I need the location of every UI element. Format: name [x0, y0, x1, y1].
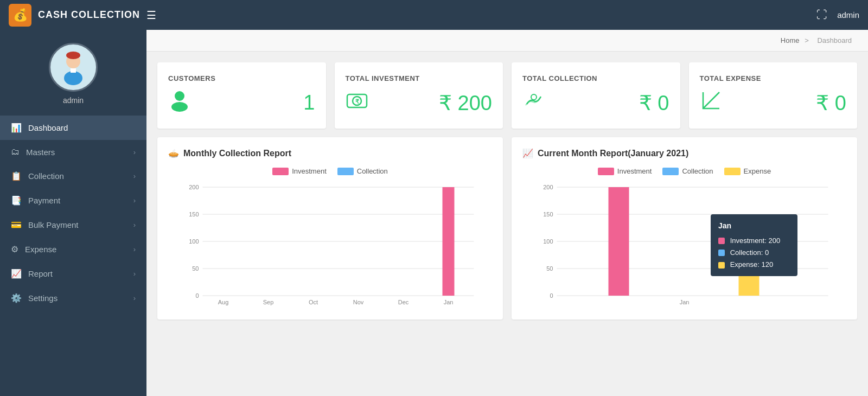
sidebar-item-report[interactable]: 📈 Report ›: [0, 261, 146, 286]
cm-legend-collection: Collection: [662, 167, 713, 175]
app-logo: 💰: [9, 4, 31, 27]
sidebar-item-collection[interactable]: 📋 Collection ›: [0, 164, 146, 188]
stat-body-total-investment: ₹ ₹ 200: [346, 89, 493, 117]
app-title: CASH COLLECTION: [38, 9, 140, 21]
svg-text:50: 50: [546, 265, 553, 272]
bulk-payment-icon: 💳: [11, 220, 22, 230]
stat-label-customers: CUSTOMERS: [168, 74, 315, 82]
svg-text:200: 200: [189, 184, 199, 190]
breadcrumb: Home > Dashboard: [146, 30, 868, 52]
sidebar-item-masters[interactable]: 🗂 Masters ›: [0, 140, 146, 164]
sidebar-label-bulk-payment: Bulk Payment: [28, 220, 79, 229]
sidebar-item-settings[interactable]: ⚙️ Settings ›: [0, 286, 146, 310]
sidebar-item-payment[interactable]: 📑 Payment ›: [0, 188, 146, 213]
current-month-legend: Investment Collection Expense: [522, 167, 846, 175]
masters-arrow: ›: [133, 148, 136, 156]
stat-icon-total-collection: [522, 89, 545, 117]
report-arrow: ›: [133, 270, 136, 278]
svg-text:Dec: Dec: [398, 299, 409, 305]
legend-investment: Investment: [272, 167, 327, 175]
svg-rect-4: [71, 68, 76, 73]
sidebar-item-left-expense: ⚙ Expense: [11, 244, 56, 254]
sidebar-label-payment: Payment: [28, 196, 60, 205]
stat-card-customers: CUSTOMERS 1: [157, 62, 326, 129]
svg-text:₹: ₹: [355, 98, 359, 105]
payment-arrow: ›: [133, 196, 136, 205]
bar-jan-inv: [443, 187, 455, 296]
cm-legend-exp-label: Expense: [744, 167, 771, 175]
main-layout: admin 📊 Dashboard 🗂 Masters › 📋 Collecti…: [0, 30, 868, 396]
stat-label-total-expense: TOTAL EXPENSE: [700, 74, 847, 82]
sidebar-username: admin: [63, 96, 84, 105]
cm-legend-inv-color: [598, 168, 614, 175]
svg-text:200: 200: [543, 184, 553, 190]
breadcrumb-separator: >: [805, 36, 809, 44]
legend-investment-color: [272, 168, 289, 175]
hamburger-icon[interactable]: ☰: [146, 9, 156, 22]
monthly-chart-svg: 200 150 100 50 0: [168, 182, 492, 306]
fullscreen-icon[interactable]: ⛶: [816, 9, 827, 21]
stat-body-total-collection: ₹ 0: [522, 89, 669, 117]
stat-icon-customers: [168, 89, 191, 117]
stat-card-total-investment: TOTAL INVESTMENT ₹ ₹ 200: [335, 62, 503, 129]
avatar: [49, 43, 98, 92]
settings-icon: ⚙️: [11, 293, 22, 303]
cm-bar-jan-inv: [609, 187, 629, 296]
svg-text:Jan: Jan: [444, 299, 454, 305]
cm-bar-jan-exp: [739, 231, 760, 296]
legend-collection: Collection: [337, 167, 388, 175]
svg-text:50: 50: [192, 265, 199, 272]
monthly-chart-card: 🥧 Monthly Collection Report Investment C…: [157, 137, 503, 320]
charts-row: 🥧 Monthly Collection Report Investment C…: [146, 137, 868, 330]
stat-card-total-expense: TOTAL EXPENSE ₹ 0: [689, 62, 858, 129]
collection-icon: 📋: [11, 171, 22, 181]
sidebar: admin 📊 Dashboard 🗂 Masters › 📋 Collecti…: [0, 30, 146, 396]
svg-point-10: [531, 94, 537, 100]
sidebar-item-dashboard[interactable]: 📊 Dashboard: [0, 116, 146, 140]
cm-legend-expense: Expense: [724, 167, 771, 175]
bulk-payment-arrow: ›: [133, 221, 136, 229]
cm-legend-col-color: [662, 168, 679, 175]
sidebar-label-dashboard: Dashboard: [28, 123, 68, 132]
topbar-right: ⛶ admin: [816, 9, 859, 21]
stat-icon-total-investment: ₹: [346, 89, 368, 117]
payment-icon: 📑: [11, 195, 22, 206]
svg-point-2: [66, 52, 80, 59]
cm-legend-investment: Investment: [598, 167, 652, 175]
sidebar-item-expense[interactable]: ⚙ Expense ›: [0, 237, 146, 261]
stat-label-total-collection: TOTAL COLLECTION: [522, 74, 669, 82]
svg-text:0: 0: [195, 292, 199, 299]
stat-body-customers: 1: [168, 89, 315, 117]
svg-point-5: [175, 91, 184, 101]
settings-arrow: ›: [133, 294, 136, 302]
current-month-chart-card: 📈 Current Month Report(January 2021) Inv…: [512, 137, 857, 320]
svg-line-11: [703, 92, 719, 108]
content-area: Home > Dashboard CUSTOMERS 1 TOTAL INVES…: [146, 30, 868, 396]
stat-card-total-collection: TOTAL COLLECTION ₹ 0: [512, 62, 680, 129]
monthly-legend: Investment Collection: [168, 167, 492, 175]
sidebar-item-left-bulk-payment: 💳 Bulk Payment: [11, 220, 79, 230]
pie-chart-icon: 🥧: [168, 148, 179, 158]
report-icon: 📈: [11, 269, 22, 279]
svg-text:Jan: Jan: [680, 299, 690, 305]
stat-body-total-expense: ₹ 0: [700, 89, 847, 117]
trend-icon: 📈: [522, 148, 533, 158]
sidebar-item-bulk-payment[interactable]: 💳 Bulk Payment ›: [0, 213, 146, 237]
sidebar-label-report: Report: [28, 269, 53, 278]
svg-text:0: 0: [550, 292, 553, 299]
topbar: 💰 CASH COLLECTION ☰ ⛶ admin: [0, 0, 868, 30]
masters-icon: 🗂: [11, 147, 20, 157]
cm-legend-col-label: Collection: [682, 167, 713, 175]
svg-text:Oct: Oct: [309, 299, 318, 305]
svg-text:150: 150: [189, 211, 199, 218]
stats-row: CUSTOMERS 1 TOTAL INVESTMENT ₹ ₹ 200 TOT…: [146, 52, 868, 137]
breadcrumb-home[interactable]: Home: [781, 36, 800, 44]
monthly-chart-svg-wrap: 200 150 100 50 0: [168, 182, 492, 309]
sidebar-label-masters: Masters: [26, 148, 55, 157]
sidebar-item-left-settings: ⚙️ Settings: [11, 293, 58, 303]
sidebar-nav: 📊 Dashboard 🗂 Masters › 📋 Collection › 📑…: [0, 111, 146, 315]
expense-icon: ⚙: [11, 244, 18, 254]
sidebar-label-collection: Collection: [28, 171, 64, 181]
current-month-chart-title: 📈 Current Month Report(January 2021): [522, 148, 846, 158]
monthly-chart-title: 🥧 Monthly Collection Report: [168, 148, 492, 158]
